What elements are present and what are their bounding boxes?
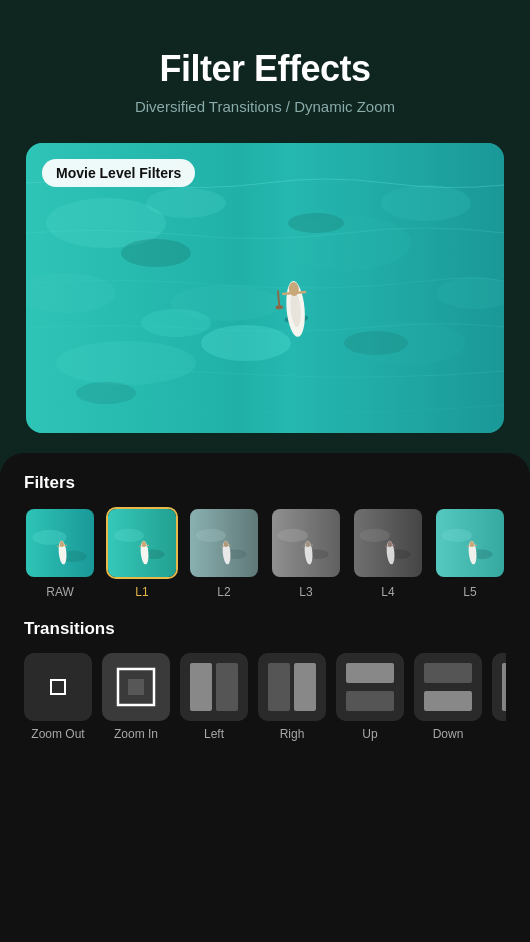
transition-thumb-zoom-in <box>102 653 170 721</box>
svg-rect-68 <box>268 663 290 711</box>
svg-rect-66 <box>216 663 238 711</box>
transition-item-dissolve[interactable]: Dis... <box>492 653 506 741</box>
transition-row: Zoom Out Zoom In <box>24 653 506 741</box>
svg-point-13 <box>76 382 136 404</box>
svg-point-48 <box>360 529 390 542</box>
transition-thumb-dissolve <box>492 653 506 721</box>
transition-thumb-down <box>414 653 482 721</box>
svg-point-14 <box>201 325 291 361</box>
filter-label-raw: RAW <box>46 585 74 599</box>
transition-label-up: Up <box>362 727 377 741</box>
transitions-section: Transitions Zoom Out <box>24 619 506 741</box>
filters-section-title: Filters <box>24 473 506 493</box>
filter-thumb-l2 <box>188 507 260 579</box>
filter-label-l2: L2 <box>217 585 230 599</box>
filter-label-l5: L5 <box>463 585 476 599</box>
transition-label-right: Righ <box>280 727 305 741</box>
transitions-section-title: Transitions <box>24 619 506 639</box>
svg-rect-72 <box>346 691 394 711</box>
transition-item-right[interactable]: Righ <box>258 653 326 741</box>
transition-thumb-zoom-out <box>24 653 92 721</box>
transition-item-down[interactable]: Down <box>414 653 482 741</box>
svg-point-36 <box>196 529 226 542</box>
transition-label-zoom-out: Zoom Out <box>31 727 84 741</box>
svg-point-15 <box>141 309 211 337</box>
preview-container: Movie Level Filters <box>26 143 504 433</box>
filter-label-l1: L1 <box>135 585 148 599</box>
transition-label-left: Left <box>204 727 224 741</box>
svg-point-3 <box>56 341 196 385</box>
transition-label-down: Down <box>433 727 464 741</box>
transition-label-zoom-in: Zoom In <box>114 727 158 741</box>
transition-item-left[interactable]: Left <box>180 653 248 741</box>
svg-rect-77 <box>502 663 506 711</box>
filter-item-l4[interactable]: L4 <box>352 507 424 599</box>
svg-rect-59 <box>24 653 92 721</box>
svg-rect-74 <box>424 663 472 683</box>
filter-thumb-l5 <box>434 507 506 579</box>
svg-point-42 <box>278 529 308 542</box>
page-title: Filter Effects <box>135 48 395 90</box>
filter-item-l3[interactable]: L3 <box>270 507 342 599</box>
transition-item-up[interactable]: Up <box>336 653 404 741</box>
bottom-panel: Filters <box>0 453 530 942</box>
svg-point-7 <box>381 185 471 221</box>
svg-rect-63 <box>128 679 144 695</box>
svg-rect-69 <box>294 663 316 711</box>
preview-image: Movie Level Filters <box>26 143 504 433</box>
filter-label-l4: L4 <box>381 585 394 599</box>
transition-thumb-up <box>336 653 404 721</box>
filter-item-l1[interactable]: L1 <box>106 507 178 599</box>
svg-point-10 <box>121 239 191 267</box>
filter-thumb-raw <box>24 507 96 579</box>
transition-thumb-right <box>258 653 326 721</box>
filter-thumb-l3 <box>270 507 342 579</box>
transition-item-zoom-out[interactable]: Zoom Out <box>24 653 92 741</box>
filter-thumb-l4 <box>352 507 424 579</box>
filter-item-raw[interactable]: RAW <box>24 507 96 599</box>
svg-point-4 <box>146 188 226 218</box>
filter-item-l2[interactable]: L2 <box>188 507 260 599</box>
svg-point-11 <box>288 213 344 233</box>
page-container: Filter Effects Diversified Transitions /… <box>0 0 530 942</box>
filter-item-l5[interactable]: L5 <box>434 507 506 599</box>
svg-rect-71 <box>346 663 394 683</box>
filter-thumb-l1 <box>106 507 178 579</box>
filter-row: RAW <box>24 507 506 599</box>
movie-level-label: Movie Level Filters <box>42 159 195 187</box>
svg-point-30 <box>114 529 144 542</box>
svg-point-12 <box>344 331 408 355</box>
transition-item-zoom-in[interactable]: Zoom In <box>102 653 170 741</box>
transition-thumb-left <box>180 653 248 721</box>
page-subtitle: Diversified Transitions / Dynamic Zoom <box>135 98 395 115</box>
svg-rect-75 <box>424 691 472 711</box>
header: Filter Effects Diversified Transitions /… <box>135 0 395 115</box>
filter-label-l3: L3 <box>299 585 312 599</box>
svg-rect-65 <box>190 663 212 711</box>
svg-line-21 <box>278 290 279 306</box>
svg-point-54 <box>442 529 472 542</box>
